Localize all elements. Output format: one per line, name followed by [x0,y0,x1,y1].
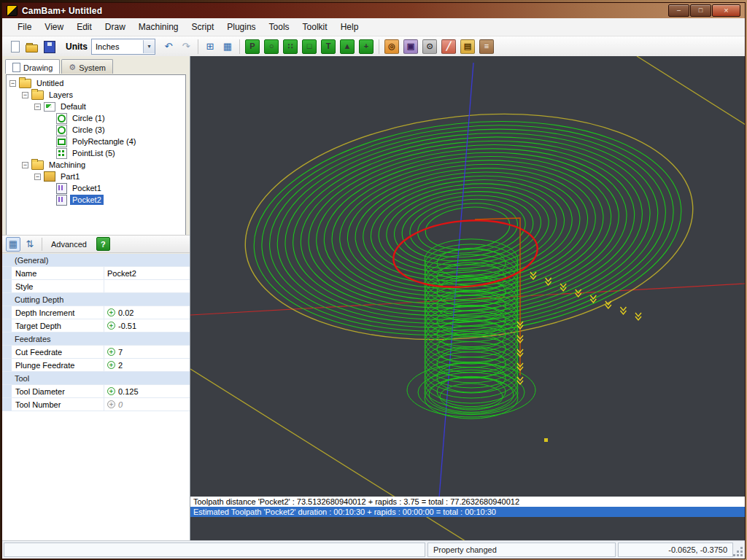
expand-plus-icon[interactable]: + [107,322,115,330]
expand-plus-icon[interactable]: + [107,308,115,316]
tree-collapse-icon[interactable]: − [9,80,16,87]
tab-drawing[interactable]: Drawing [5,59,60,74]
menu-item-view[interactable]: View [38,19,70,35]
tab-label: System [79,63,106,72]
facing-toolpath-ring [358,166,578,290]
origin-marker [544,438,548,442]
new-file-button[interactable] [7,39,23,55]
properties-help-button[interactable]: ? [96,237,110,251]
prop-label[interactable]: Style [12,280,104,292]
tree-item-pocket2[interactable]: Pocket2 [7,194,185,206]
expand-plus-icon[interactable]: + [107,400,115,408]
mop-engrave-button[interactable]: ╱ [441,39,456,54]
open-file-button[interactable] [24,39,40,55]
menu-item-help[interactable]: Help [334,19,365,35]
tree-item-pocket1[interactable]: Pocket1 [7,182,185,194]
expand-plus-icon[interactable]: + [107,348,115,356]
viewport[interactable]: Toolpath distance 'Pocket2' : 73.5132680… [190,56,745,540]
tree-item-polyrectangle-4[interactable]: PolyRectangle (4) [7,136,185,147]
prop-value[interactable] [104,280,190,292]
draw-polyline-button[interactable]: P [245,39,260,54]
categorized-icon: ▦ [9,239,18,249]
mop-drill-button[interactable]: ⊙ [422,39,437,54]
grid-toggle-button[interactable]: ⊞ [202,39,218,55]
draw-text-button[interactable]: T [321,39,336,54]
menu-item-plugins[interactable]: Plugins [220,19,262,35]
draw-region-button[interactable]: + [359,39,374,54]
prop-category-cutting-depth[interactable]: Cutting Depth [2,293,190,306]
resize-grip[interactable] [734,548,743,557]
tree-item-label: PolyRectangle (4) [70,136,138,147]
mop-pocket-button[interactable]: ▣ [403,39,418,54]
mop-profile-button[interactable]: ◎ [384,39,399,54]
prop-value[interactable]: +-0.51 [104,319,190,332]
menu-item-file[interactable]: File [11,19,38,35]
close-button[interactable]: × [712,4,740,17]
prop-value[interactable]: +7 [104,346,190,358]
maximize-button[interactable]: □ [690,4,711,17]
tree-item-default[interactable]: −Default [7,101,185,112]
prop-value[interactable]: Pocket2 [104,267,190,279]
tree-item-layers[interactable]: −Layers [7,89,185,101]
units-select[interactable]: Inches▾ [91,39,155,55]
tree-collapse-icon[interactable]: − [34,104,41,110]
menu-item-machining[interactable]: Machining [132,19,185,35]
tree-collapse-icon[interactable]: − [22,162,28,168]
menu-item-toolkit[interactable]: Toolkit [296,19,334,35]
properties-sort-button[interactable]: ⇅ [23,237,37,252]
tree-item-circle-1[interactable]: Circle (1) [7,112,185,124]
prop-label[interactable]: Plunge Feedrate [12,359,104,371]
prop-value[interactable]: +0.02 [104,306,190,319]
menu-item-draw[interactable]: Draw [98,19,132,35]
tree-collapse-icon[interactable]: − [22,92,28,98]
menu-item-tools[interactable]: Tools [263,19,296,35]
prop-category-tool[interactable]: Tool [2,372,190,385]
prop-label[interactable]: Name [12,267,104,279]
redo-button[interactable]: ↷ [178,39,194,55]
prop-label[interactable]: Tool Number [12,398,104,411]
prop-label[interactable]: Cut Feedrate [12,346,104,358]
dropdown-arrow-icon[interactable]: ▾ [143,40,155,53]
tree-item-machining[interactable]: −Machining [7,159,185,171]
part-icon [44,171,55,182]
properties-categorized-button[interactable]: ▦ [6,237,20,252]
statusbar-left-panel [4,542,425,557]
undo-button[interactable]: ↶ [160,39,177,55]
draw-circle-button[interactable]: ○ [264,39,279,54]
statusbar: Property changed -0.0625, -0.3750 [2,540,745,559]
save-file-button[interactable] [42,39,58,55]
prop-label[interactable]: Depth Increment [12,306,104,319]
tree-item-label: Layers [47,90,75,100]
prop-category-feedrates[interactable]: Feedrates [2,332,190,346]
gcode-button[interactable]: ≡ [479,39,494,54]
mop-3d-profile-button[interactable]: ▤ [460,39,475,54]
tree-collapse-icon[interactable]: − [34,174,41,180]
draw-pointlist-button[interactable]: ∷ [283,39,298,54]
menu-item-edit[interactable]: Edit [70,19,98,35]
draw-surface-button[interactable]: ▲ [340,39,355,54]
prop-label[interactable]: Target Depth [12,319,104,332]
prop-row-target-depth: Target Depth+-0.51 [2,319,190,332]
minimize-button[interactable]: – [668,4,689,17]
tab-system[interactable]: ⚙System [61,59,113,74]
rapid-direction-arrow [620,307,626,314]
expand-plus-icon[interactable]: + [107,387,115,395]
tree-item-pointlist-5[interactable]: PointList (5) [7,147,185,159]
grid-line-top-right [637,56,745,126]
prop-category-general[interactable]: (General) [2,254,190,267]
viewport-canvas[interactable] [190,56,745,540]
facing-toolpath-ring [301,133,635,322]
tree-item-part1[interactable]: −Part1 [7,171,185,182]
expand-plus-icon[interactable]: + [107,361,115,369]
snap-grid-button[interactable]: ▦ [220,39,236,55]
properties-advanced-button[interactable]: Advanced [47,238,91,250]
menu-item-script[interactable]: Script [185,19,221,35]
prop-value[interactable]: +2 [104,359,190,371]
prop-value[interactable]: +0.125 [104,385,190,397]
tree-item-label: Circle (1) [70,113,107,123]
tree-item-circle-3[interactable]: Circle (3) [7,124,185,136]
prop-value[interactable]: +0 [104,398,190,411]
draw-rectangle-button[interactable]: □ [302,39,317,54]
prop-label[interactable]: Tool Diameter [12,385,104,397]
tree-item-untitled[interactable]: −Untitled [7,77,185,89]
